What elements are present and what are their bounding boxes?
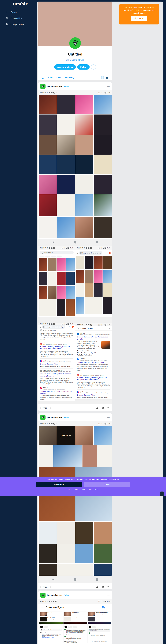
follow-button[interactable]: Follow (77, 64, 90, 70)
post-blog-name[interactable]: brandonrkatrena (47, 86, 62, 88)
photo-tile (39, 445, 53, 467)
photo-tile (75, 194, 93, 216)
photo-tile (85, 256, 93, 269)
share-icon[interactable] (96, 586, 99, 588)
status-time: 3:56 PM (77, 247, 83, 249)
vk-photos-actions: +Upload photo Show all› (38, 643, 112, 644)
tab-likes[interactable]: Likes (56, 76, 61, 79)
post-menu-icon[interactable]: ••• (107, 86, 110, 88)
post-follow-link[interactable]: Follow (63, 594, 69, 596)
settings-icon: ⚙ (47, 92, 48, 94)
footer-link-about[interactable]: About (68, 488, 72, 490)
profile-more-button[interactable]: ••• (91, 64, 96, 70)
sidebar-item-communities[interactable]: Communities (6, 16, 24, 20)
notes-count[interactable]: 0 notes (40, 406, 51, 410)
tab-following[interactable]: Following (65, 76, 74, 79)
result-title: Brandon Katrena's Blog: "And Perhaps als… (40, 373, 73, 377)
photo-tile (57, 299, 65, 316)
reblog-icon[interactable] (101, 586, 104, 588)
post-blog-name[interactable]: brandonrkatrena (47, 594, 62, 596)
search-icon[interactable] (42, 77, 44, 79)
chat-icon (49, 247, 50, 248)
android-nav-bar (38, 576, 112, 583)
blog-handle[interactable]: @brandonrkatrena (38, 59, 112, 61)
list-view-icon[interactable] (106, 76, 108, 79)
android-nav-bar (75, 400, 112, 404)
blog-avatar[interactable] (69, 37, 81, 49)
banner-login-button[interactable]: Log in (84, 482, 130, 487)
post-avatar[interactable] (40, 84, 45, 89)
signal-icon (66, 323, 67, 324)
vk-icon: VK (90, 324, 92, 326)
battery-percent: 88% (107, 600, 110, 602)
footer-link-legal[interactable]: Legal (81, 488, 85, 490)
signal-icon (103, 247, 105, 248)
result-title: Brandon Katrena (@brandon_katrena) • Ins… (77, 376, 110, 381)
status-bar: 3:56 PM⚙VKNLTE ↑↓37% (75, 246, 112, 250)
search-results-screenshots: 3:56 PM⚙VKNLTE ↑↓37% ⌂ search.yahoo.com/… (38, 323, 112, 404)
chat-icon (86, 324, 88, 325)
post-follow-link[interactable]: Follow (63, 86, 69, 88)
status-bar: 3:56 PM⚙VKNLTE ↑↓37% (38, 90, 112, 95)
notification-dot (58, 601, 58, 602)
status-bar: 3:56 PM⚙VKNLTE ↑↓37% (38, 422, 112, 426)
post-menu-icon[interactable]: ••• (107, 416, 110, 418)
photo-tile (57, 286, 65, 299)
photo-tile (57, 135, 75, 154)
android-home-icon (74, 578, 76, 581)
photo-tile (94, 194, 112, 216)
blog-tabs: Posts Likes Following (38, 75, 112, 80)
nfc-icon: N (98, 247, 100, 249)
signup-button[interactable]: Sign me up (131, 16, 147, 21)
status-bar: 3:56 PM⚙VKNLTE ↑↓37% (75, 323, 112, 326)
photo-tile (75, 522, 93, 544)
signal-icon (103, 92, 105, 93)
banner-signup-button[interactable]: Sign me up (36, 482, 82, 487)
search-result: inLinkedInhttps://www.linkedin.com › in … (77, 332, 110, 357)
tab-count: 11 (106, 252, 108, 254)
battery-icon (105, 423, 106, 424)
clear-icon: ✕ (72, 329, 73, 331)
nfc-icon: N (98, 423, 100, 424)
result-title: Brandon Katrena - Flickr (40, 363, 73, 365)
tab-count: 11 (69, 326, 71, 328)
photo-tile (94, 522, 112, 544)
lte-icon: LTE ↑↓ (101, 600, 102, 602)
instagram-icon (77, 374, 79, 376)
bell-icon (53, 601, 54, 602)
vk-icon: VK (90, 247, 92, 249)
post-menu-icon[interactable]: ••• (107, 594, 110, 596)
share-icon[interactable] (96, 406, 99, 410)
notification-dot (56, 248, 56, 248)
like-icon[interactable] (107, 406, 110, 410)
search-field: brandon katrena✕ (75, 326, 112, 330)
grid-view-icon[interactable] (101, 76, 104, 79)
photo-tile (82, 445, 97, 467)
post-follow-link[interactable]: Follow (63, 416, 69, 418)
new-tab-icon: + (66, 326, 68, 328)
scroll-to-top-button[interactable]: ↑ (160, 492, 164, 496)
reblog-icon[interactable] (101, 406, 104, 410)
chat-icon (49, 92, 50, 93)
settings-icon: ⚙ (84, 247, 85, 249)
sidebar-item-change-palette[interactable]: Change palette (6, 22, 24, 26)
like-icon[interactable] (107, 586, 110, 588)
image-search-screenshots: 3:56 PM⚙VKNLTE ↑↓37% brandon katrena 3:5… (38, 246, 112, 323)
photo-tile (48, 272, 56, 285)
notes-count[interactable]: 0 notes (40, 585, 51, 589)
photo-tile (76, 283, 84, 297)
photo-tile (94, 270, 103, 283)
footer-link-privacy[interactable]: Privacy (87, 488, 92, 490)
sidebar-item-explore[interactable]: Explore (6, 10, 24, 14)
footer-link-apps[interactable]: Apps (74, 488, 78, 490)
tab-posts[interactable]: Posts (48, 76, 53, 79)
ask-me-anything-button[interactable]: Ask me anything (54, 64, 76, 70)
post-blog-name[interactable]: brandonrkatrena (47, 416, 62, 418)
post-avatar[interactable] (40, 415, 45, 420)
tumblr-logo[interactable]: tumblr (13, 2, 28, 6)
signal-icon (103, 601, 105, 602)
post-avatar[interactable] (40, 592, 45, 598)
photo-tile (57, 522, 75, 544)
footer-link-help[interactable]: Help (95, 488, 98, 490)
battery-icon (68, 247, 69, 249)
